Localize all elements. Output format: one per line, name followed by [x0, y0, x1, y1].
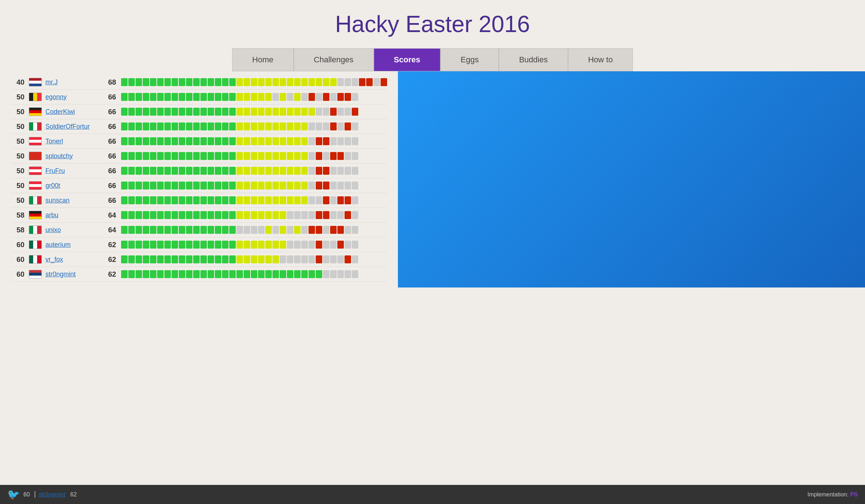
- bar-cell: [272, 122, 279, 130]
- bar-cell: [229, 226, 236, 234]
- username[interactable]: mr.J: [45, 79, 103, 86]
- table-row: 50sploutchy66: [11, 149, 387, 164]
- bar-cell: [265, 270, 272, 278]
- username[interactable]: arbu: [45, 211, 103, 219]
- username[interactable]: FruFru: [45, 167, 103, 175]
- username[interactable]: gr00t: [45, 182, 103, 189]
- username[interactable]: CoderKiwi: [45, 108, 103, 116]
- bar-cell: [186, 255, 192, 263]
- bar-cell: [215, 182, 221, 189]
- bar-cell: [251, 270, 257, 278]
- bar-cell: [244, 241, 250, 249]
- bar-cell: [229, 152, 236, 160]
- bar-cell: [251, 182, 257, 189]
- bar-cell: [136, 211, 142, 219]
- bar-cell: [193, 152, 200, 160]
- bar-cell: [294, 167, 301, 175]
- bar-cell: [236, 137, 243, 145]
- bar-cell: [186, 226, 192, 234]
- bar-cell: [157, 122, 164, 130]
- bar-cell: [179, 167, 185, 175]
- username[interactable]: Tonerl: [45, 138, 103, 145]
- bar-cell: [143, 137, 149, 145]
- bar-cell: [186, 78, 192, 86]
- bar-cell: [128, 182, 135, 189]
- rank: 60: [11, 255, 29, 264]
- bar-cell: [251, 108, 257, 116]
- score-value: 64: [103, 211, 121, 219]
- username[interactable]: SoldierOfFortur: [45, 123, 103, 130]
- bar-cell: [352, 122, 358, 130]
- bar-cell: [143, 152, 149, 160]
- bar-cell: [330, 211, 337, 219]
- bar-cell: [179, 211, 185, 219]
- bar-cell: [208, 241, 214, 249]
- bar-cell: [309, 137, 315, 145]
- bar-cell: [193, 211, 200, 219]
- bar-cell: [330, 196, 337, 204]
- bar-cell: [193, 167, 200, 175]
- bar-cell: [236, 196, 243, 204]
- rank: 50: [11, 108, 29, 116]
- bar-cell: [222, 167, 229, 175]
- bar-cell: [345, 241, 351, 249]
- bar-cell: [164, 137, 171, 145]
- bar-cell: [200, 93, 207, 101]
- bar-cell: [316, 196, 322, 204]
- bar-cell: [244, 137, 250, 145]
- flag-it: [29, 196, 42, 205]
- bar-cell: [330, 152, 337, 160]
- bar-cell: [272, 196, 279, 204]
- bar-cell: [157, 167, 164, 175]
- bar-cell: [352, 182, 358, 189]
- bar-cell: [128, 270, 135, 278]
- bar-cell: [136, 255, 142, 263]
- nav-item-scores[interactable]: Scores: [374, 48, 440, 71]
- bar-cell: [244, 211, 250, 219]
- ps-link[interactable]: PS: [850, 491, 858, 498]
- bar-cell: [208, 196, 214, 204]
- bar-cell: [330, 182, 337, 189]
- username[interactable]: str0ngmint: [45, 271, 103, 278]
- bar-cell: [222, 108, 229, 116]
- nav-item-challenges[interactable]: Challenges: [294, 48, 374, 71]
- username[interactable]: unixo: [45, 226, 103, 234]
- footer-impl: Implementation: PS: [807, 491, 858, 498]
- bar-cell: [229, 270, 236, 278]
- bar-cell: [215, 122, 221, 130]
- bar-cell: [323, 196, 329, 204]
- username[interactable]: auterium: [45, 241, 103, 249]
- bar-cell: [200, 167, 207, 175]
- flag-ch: [29, 152, 42, 160]
- bar-cell: [337, 226, 344, 234]
- bar-cell: [193, 78, 200, 86]
- bar-cell: [251, 226, 257, 234]
- table-row: 50gr00t66: [11, 178, 387, 193]
- username[interactable]: egonny: [45, 93, 103, 101]
- nav-item-buddies[interactable]: Buddies: [499, 48, 568, 71]
- bar-cell: [143, 122, 149, 130]
- bar-cell: [337, 152, 344, 160]
- bar-cell: [200, 226, 207, 234]
- bar-cell: [294, 226, 301, 234]
- bar-cell: [244, 122, 250, 130]
- bar-cell: [193, 196, 200, 204]
- username[interactable]: vr_fox: [45, 256, 103, 263]
- bar-cell: [150, 241, 156, 249]
- bar-cell: [244, 108, 250, 116]
- score-value: 64: [103, 226, 121, 234]
- bar-cell: [164, 78, 171, 86]
- username[interactable]: sploutchy: [45, 152, 103, 160]
- bar-cell: [381, 78, 387, 86]
- nav-item-home[interactable]: Home: [232, 48, 294, 71]
- score-value: 62: [103, 241, 121, 249]
- bar-cell: [186, 137, 192, 145]
- bar-cell: [301, 167, 308, 175]
- nav-item-eggs[interactable]: Eggs: [440, 48, 499, 71]
- username[interactable]: sunscan: [45, 197, 103, 204]
- bar-cell: [164, 196, 171, 204]
- bar-cell: [280, 196, 286, 204]
- bar-cell: [150, 122, 156, 130]
- bar-cell: [208, 167, 214, 175]
- nav-item-how-to[interactable]: How to: [568, 48, 633, 71]
